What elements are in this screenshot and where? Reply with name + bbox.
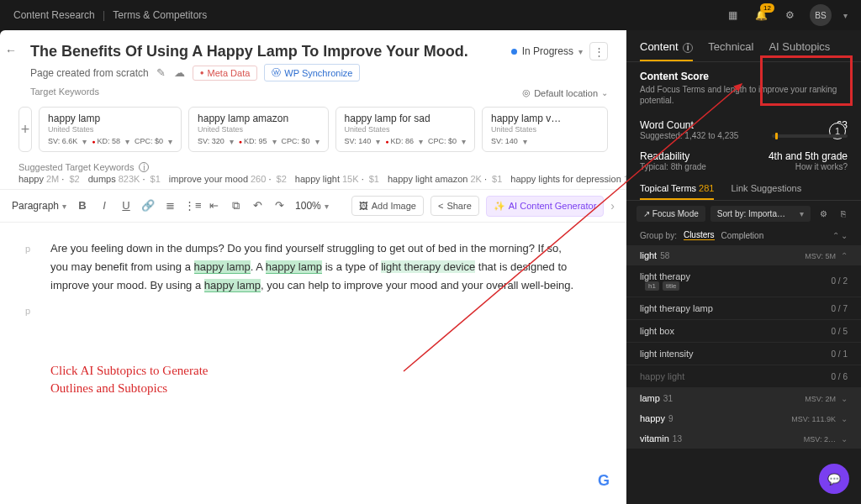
term-group-header[interactable]: light58MSV: 5M⌃: [626, 245, 861, 265]
avatar-chevron-icon[interactable]: ▾: [843, 11, 848, 20]
term-item[interactable]: light therapy lamp0 / 7: [626, 297, 861, 320]
annotation-text: Click AI Subtopics to Generate Outlines …: [50, 362, 576, 397]
paragraph-select[interactable]: Paragraph ▾: [12, 200, 66, 212]
status-select[interactable]: In Progress ▾: [511, 45, 583, 57]
google-icon[interactable]: G: [598, 468, 610, 494]
editor-content[interactable]: Are you feeling down in the dumps? Do yo…: [0, 223, 626, 504]
indent-button[interactable]: ⧉: [228, 199, 243, 213]
toolbar-next-button[interactable]: ›: [610, 199, 615, 213]
word-count-label: Word Count: [640, 119, 738, 131]
readability-value: 4th and 5th grade: [769, 150, 848, 162]
term-item[interactable]: light intensity0 / 1: [626, 343, 861, 365]
term-group-header[interactable]: lamp31MSV: 2M⌄: [626, 388, 861, 408]
topbar: Content Research | Terms & Competitors ▦…: [0, 0, 861, 30]
bold-button[interactable]: B: [75, 199, 90, 213]
group-completion[interactable]: Completion: [721, 231, 764, 240]
editor-toolbar: Paragraph ▾ B I U 🔗 ≣ ⋮≡ ⇤ ⧉ ↶ ↷ 100% ▾ …: [0, 189, 626, 223]
paragraph: Are you feeling down in the dumps? Do yo…: [50, 239, 576, 295]
info-icon[interactable]: i: [139, 162, 149, 172]
term-item[interactable]: light therapyh1title0 / 2: [626, 265, 861, 297]
highlighted-term: light therapy device: [381, 260, 475, 273]
breadcrumb-a[interactable]: Content Research: [13, 9, 95, 21]
redo-button[interactable]: ↷: [272, 199, 287, 213]
tab-ai-subtopics[interactable]: AI Subtopics: [769, 40, 830, 61]
wp-sync-button[interactable]: WP Synchronize: [264, 64, 360, 81]
group-clusters[interactable]: Clusters: [684, 230, 715, 240]
suggested-keywords: happy2M · $2 dumps823K · $1 improve your…: [0, 174, 626, 189]
focus-mode-button[interactable]: ↗ Focus Mode: [637, 206, 705, 222]
keyword-card[interactable]: happy lampUnited States SV: 6.6K ▾ KD: 5…: [39, 107, 182, 152]
outdent-button[interactable]: ⇤: [206, 199, 221, 213]
readability-typical: Typical: 8th grade: [640, 162, 706, 171]
avatar[interactable]: BS: [810, 4, 832, 26]
suggested-item[interactable]: happy lights for depression110: [510, 174, 626, 184]
tab-content[interactable]: Content i: [640, 40, 693, 61]
expand-all-icon[interactable]: ⌄: [841, 231, 848, 240]
sort-select[interactable]: Sort by: Importa…▾: [710, 206, 811, 222]
word-count-bar: [772, 134, 848, 138]
info-icon: i: [683, 43, 693, 53]
suggested-label: Suggested Target Keywordsi: [0, 157, 626, 174]
bell-icon[interactable]: 🔔12: [753, 7, 769, 24]
cloud-icon[interactable]: ☁: [174, 67, 186, 79]
term-item[interactable]: light box0 / 5: [626, 320, 861, 343]
suggested-item[interactable]: improve your mood260 · $2: [169, 174, 287, 184]
italic-button[interactable]: I: [97, 199, 112, 213]
page-subtitle: Page created from scratch: [30, 67, 149, 79]
bullet-list-button[interactable]: ⋮≡: [184, 199, 199, 213]
library-icon[interactable]: ▦: [724, 7, 741, 24]
term-group-header[interactable]: happy9MSV: 111.9K⌄: [626, 408, 861, 428]
page-menu-button[interactable]: ⋮: [589, 42, 608, 60]
highlighted-term: happy lamp: [194, 260, 251, 274]
main-panel: ← The Benefits Of Using A Happy Lamp To …: [0, 30, 626, 504]
back-button[interactable]: ←: [5, 44, 17, 57]
target-keywords-label: Target Keywords: [18, 87, 608, 97]
breadcrumb-b[interactable]: Terms & Competitors: [113, 9, 207, 21]
tab-technical[interactable]: Technical: [708, 40, 753, 61]
content-score-title: Content Score: [640, 71, 848, 82]
suggested-item[interactable]: dumps823K · $1: [88, 174, 161, 184]
how-it-works-link[interactable]: How it works?: [769, 162, 848, 171]
collapse-all-icon[interactable]: ⌃: [832, 231, 839, 240]
zoom-select[interactable]: 100% ▾: [295, 200, 329, 212]
chat-button[interactable]: 💬: [819, 464, 849, 494]
undo-button[interactable]: ↶: [250, 199, 265, 213]
term-item[interactable]: happy light0 / 6: [626, 365, 861, 388]
term-group-header[interactable]: vitamin13MSV: 2…⌄: [626, 428, 861, 449]
highlighted-term: happy lamp: [204, 279, 261, 292]
suggested-item[interactable]: happy light15K · $1: [295, 174, 379, 184]
keyword-card[interactable]: happy lamp for sadUnited States SV: 140 …: [335, 107, 475, 152]
edit-icon[interactable]: ✎: [156, 67, 167, 79]
share-button[interactable]: < Share: [430, 196, 479, 216]
readability-label: Readability: [640, 150, 706, 162]
side-panel: 1 Content i Technical AI Subtopics Conte…: [626, 30, 861, 504]
ai-generator-button[interactable]: ✨ AI Content Generator: [486, 196, 605, 217]
notif-badge: 12: [760, 3, 774, 13]
numbered-list-button[interactable]: ≣: [162, 199, 177, 213]
link-button[interactable]: 🔗: [140, 199, 156, 213]
export-icon[interactable]: ⎘: [836, 207, 851, 222]
settings-icon[interactable]: ⚙: [781, 7, 798, 24]
page-title: The Benefits Of Using A Happy Lamp To Im…: [18, 43, 468, 60]
default-location[interactable]: ◎ Default location ⌄: [522, 87, 608, 98]
suggested-item[interactable]: happy light amazon2K · $1: [388, 174, 502, 184]
suggested-item[interactable]: happy2M · $2: [18, 174, 80, 184]
subtab-link-suggestions[interactable]: Link Suggestions: [731, 183, 801, 200]
word-count-suggested: Suggested: 1,432 to 4,235: [640, 131, 738, 140]
breadcrumb: Content Research | Terms & Competitors: [13, 9, 207, 21]
gear-icon[interactable]: ⚙: [816, 207, 831, 222]
underline-button[interactable]: U: [119, 199, 134, 213]
keyword-card[interactable]: happy lamp v…United States SV: 140 ▾: [482, 107, 608, 152]
meta-data-button[interactable]: Meta Data: [193, 66, 258, 81]
subtab-topical-terms[interactable]: Topical Terms281: [640, 183, 714, 200]
add-keyword-button[interactable]: +: [18, 107, 32, 152]
keyword-card[interactable]: happy lamp amazonUnited States SV: 320 ▾…: [188, 107, 328, 152]
group-by-label: Group by:: [640, 231, 677, 240]
add-image-button[interactable]: 🖼 Add Image: [351, 196, 424, 216]
keyword-cards: + happy lampUnited States SV: 6.6K ▾ KD:…: [0, 102, 626, 157]
paragraph: [50, 302, 576, 320]
content-score-hint: Add Focus Terms and length to improve yo…: [640, 84, 848, 106]
highlighted-term: happy lamp: [266, 260, 322, 274]
